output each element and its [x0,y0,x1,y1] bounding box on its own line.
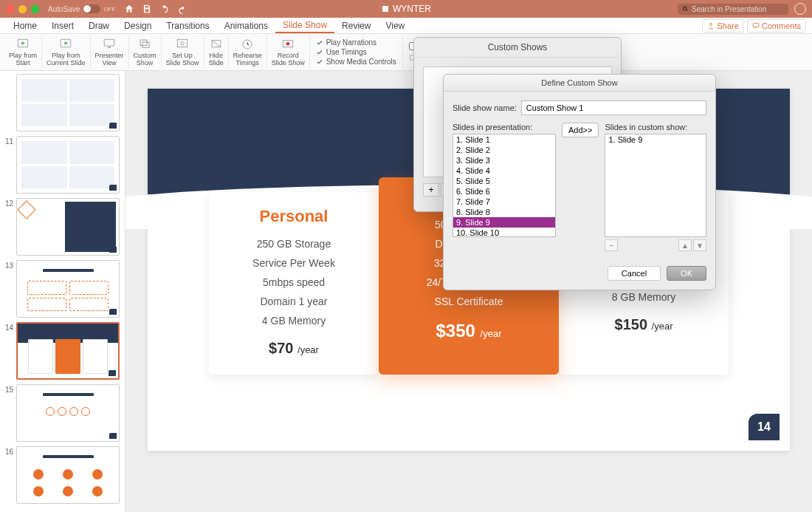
comments-button[interactable]: Comments [747,19,806,33]
list-item[interactable]: 6. Slide 6 [453,186,555,197]
card-feature: 5mbps speed [221,276,367,288]
thumbnail-11[interactable]: 11 [3,136,122,194]
thumbnail-13[interactable]: 13 [3,260,122,318]
check-play-narrations[interactable]: Play Narrations [316,38,396,47]
custom-show-icon [137,38,152,51]
svg-point-9 [181,41,185,45]
add-show-button[interactable]: + [423,183,439,197]
ribbon-rehearse[interactable]: RehearseTimings [229,35,267,69]
titlebar: AutoSave OFF WYNTER [0,0,812,18]
card-feature: 8 GB Memory [571,291,717,303]
ribbon-hide-slide[interactable]: HideSlide [204,35,229,69]
menu-slide-show[interactable]: Slide Show [275,18,334,33]
card-feature: Domain 1 year [221,296,367,307]
ribbon-custom-show[interactable]: CustomShow [129,35,162,69]
search-box[interactable] [678,4,788,15]
card-feature: 4 GB Memory [221,315,367,327]
feedback-icon[interactable] [794,3,806,15]
add-button[interactable]: Add>> [562,123,599,137]
list-item[interactable]: 5. Slide 5 [453,176,555,186]
ribbon: Play fromStart Play fromCurrent Slide Pr… [0,34,812,71]
thumb-preview [16,136,120,194]
thumbnail-14[interactable]: 14 [3,322,122,380]
menu-home[interactable]: Home [6,19,44,33]
thumb-preview [16,384,120,442]
ribbon-play-current[interactable]: Play fromCurrent Slide [42,35,91,69]
window-controls [6,5,39,13]
ribbon-playback-checks: Play Narrations Use Timings Show Media C… [310,35,403,69]
autosave-label: AutoSave [48,5,80,13]
dialog-title: Custom Shows [414,38,621,58]
show-name-input[interactable] [521,100,706,115]
move-up-button[interactable]: ▲ [678,239,692,251]
maximize-window-button[interactable] [31,5,39,13]
card-price: $150 /year [571,316,717,333]
thumbnail-panel[interactable]: 11 12 13 14 15 16 [0,71,125,512]
svg-point-13 [286,42,290,46]
close-window-button[interactable] [6,5,14,13]
menu-insert[interactable]: Insert [44,19,81,33]
list-item[interactable]: 4. Slide 4 [453,165,555,176]
hide-icon [209,38,224,51]
thumbnail-15[interactable]: 15 [3,384,122,442]
thumbnail-16[interactable]: 16 [3,446,122,504]
card-feature: Service Per Week [221,257,367,269]
autosave-toggle[interactable]: AutoSave OFF [48,4,115,13]
slide-page-number: 14 [749,414,780,440]
menubar: Home Insert Draw Design Transitions Anim… [0,18,812,34]
dialog-title: Define Custom Show [444,75,715,92]
save-icon[interactable] [142,4,152,14]
ribbon-presenter-view[interactable]: PresenterView [91,35,129,69]
menu-transitions[interactable]: Transitions [159,19,216,33]
card-title: Personal [221,207,367,226]
ribbon-setup-show[interactable]: Set UpSlide Show [162,35,204,69]
left-column-label: Slides in presentation: [453,123,556,132]
play-icon [16,38,30,51]
autosave-switch[interactable] [83,4,100,13]
autosave-state: OFF [103,6,115,13]
list-item[interactable]: 8. Slide 8 [453,207,555,217]
ok-button[interactable]: OK [667,266,706,281]
list-item[interactable]: 1. Slide 9 [605,134,706,145]
presentation-slides-listbox[interactable]: 1. Slide 12. Slide 23. Slide 34. Slide 4… [453,134,556,237]
svg-rect-8 [177,39,187,47]
svg-point-1 [684,7,687,10]
check-icon [316,58,323,66]
menu-design[interactable]: Design [117,19,159,33]
search-input[interactable] [692,5,784,13]
define-custom-show-dialog[interactable]: Define Custom Show Slide show name: Slid… [443,74,716,290]
list-item[interactable]: 9. Slide 9 [453,217,555,228]
svg-rect-5 [104,39,114,46]
thumb-preview [16,446,120,504]
thumb-preview [16,74,120,132]
ribbon-record[interactable]: RecordSlide Show [267,35,310,69]
menu-animations[interactable]: Animations [217,19,275,33]
remove-slide-button[interactable]: − [605,239,618,251]
list-item[interactable]: 1. Slide 1 [453,134,555,145]
list-item[interactable]: 7. Slide 7 [453,197,555,207]
menu-review[interactable]: Review [334,19,378,33]
list-item[interactable]: 3. Slide 3 [453,155,555,165]
presentation-icon [381,4,390,13]
move-down-button[interactable]: ▼ [693,239,706,251]
thumbnail-10[interactable] [3,74,122,132]
ribbon-play-from-start[interactable]: Play fromStart [4,35,42,69]
right-column-label: Slides in custom show: [605,123,706,132]
list-item[interactable]: 2. Slide 2 [453,145,555,155]
price-card-personal[interactable]: Personal 250 GB Storage Service Per Week… [209,192,379,375]
menu-view[interactable]: View [378,19,412,33]
undo-icon[interactable] [159,4,170,14]
menu-draw[interactable]: Draw [81,19,117,33]
share-icon [707,22,715,30]
share-button[interactable]: Share [702,19,743,33]
check-use-timings[interactable]: Use Timings [316,48,396,56]
thumbnail-12[interactable]: 12 [3,198,122,256]
custom-show-slides-listbox[interactable]: 1. Slide 9 [605,134,706,237]
redo-icon[interactable] [177,4,187,14]
home-icon[interactable] [124,4,134,14]
quick-access-toolbar [124,4,187,14]
cancel-button[interactable]: Cancel [608,266,661,281]
list-item[interactable]: 10. Slide 10 [453,228,555,237]
minimize-window-button[interactable] [18,5,27,13]
check-media-controls[interactable]: Show Media Controls [316,58,396,66]
